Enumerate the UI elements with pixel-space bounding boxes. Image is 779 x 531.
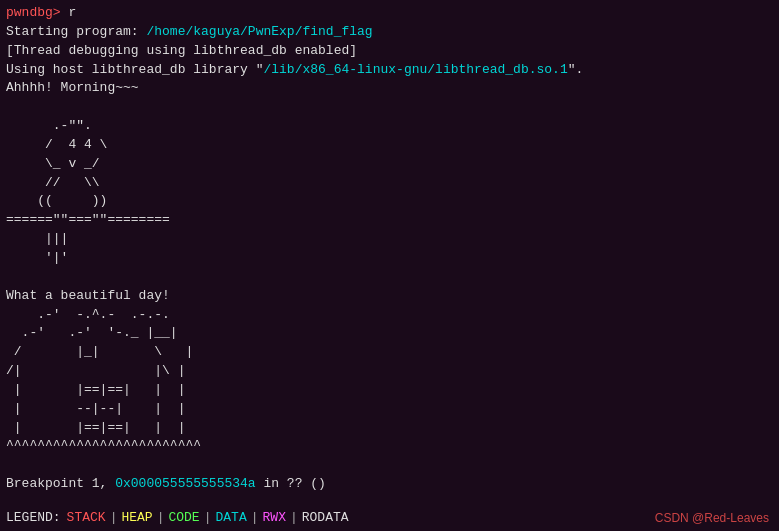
terminal: pwndbg> r Starting program: /home/kaguya… — [0, 0, 779, 531]
ascii-art-7: ||| — [6, 230, 773, 249]
thread-line: [Thread debugging using libthread_db ena… — [6, 42, 773, 61]
ascii-art-8: '|' — [6, 249, 773, 268]
legend-code: CODE — [168, 510, 199, 525]
legend-heap: HEAP — [121, 510, 152, 525]
ascii-art-1: .-"". — [6, 117, 773, 136]
ascii-art-3: \_ v _/ — [6, 155, 773, 174]
watermark: CSDN @Red-Leaves — [655, 511, 769, 525]
ascii-art-2: / 4 4 \ — [6, 136, 773, 155]
using-line: Using host libthread_db library "/lib/x8… — [6, 61, 773, 80]
blank3 — [6, 456, 773, 475]
blank1 — [6, 98, 773, 117]
scene-art-4: /| |\ | — [6, 362, 773, 381]
starting-line: Starting program: /home/kaguya/PwnExp/fi… — [6, 23, 773, 42]
ahhhh-line: Ahhhh! Morning~~~ — [6, 79, 773, 98]
command: r — [68, 5, 76, 20]
beautiful-line: What a beautiful day! — [6, 287, 773, 306]
legend-sep-4: | — [251, 510, 259, 525]
legend-rodata: RODATA — [302, 510, 349, 525]
breakpoint-address: 0x000055555555534a — [115, 476, 255, 491]
legend-sep-1: | — [110, 510, 118, 525]
program-path: /home/kaguya/PwnExp/find_flag — [146, 24, 372, 39]
lib-path: /lib/x86_64-linux-gnu/libthread_db.so.1 — [263, 62, 567, 77]
scene-art-5: | |==|==| | | — [6, 381, 773, 400]
scene-art-6: | --|--| | | — [6, 400, 773, 419]
ascii-art-5: (( )) — [6, 192, 773, 211]
legend-data: DATA — [216, 510, 247, 525]
scene-art-8: ^^^^^^^^^^^^^^^^^^^^^^^^^ — [6, 437, 773, 456]
prompt-symbol: pwndbg> — [6, 5, 68, 20]
prompt-line: pwndbg> r — [6, 4, 773, 23]
scene-art-3: / |_| \ | — [6, 343, 773, 362]
legend-label: LEGEND: — [6, 510, 61, 525]
legend-sep-2: | — [157, 510, 165, 525]
legend-rwx: RWX — [263, 510, 286, 525]
blank2 — [6, 268, 773, 287]
ascii-art-4: // \\ — [6, 174, 773, 193]
scene-art-1: .-' -.^.- .-.-. — [6, 306, 773, 325]
ascii-art-6: ======""===""======== — [6, 211, 773, 230]
legend-stack: STACK — [67, 510, 106, 525]
legend-sep-3: | — [204, 510, 212, 525]
breakpoint-line: Breakpoint 1, 0x000055555555534a in ?? (… — [6, 475, 773, 494]
scene-art-7: | |==|==| | | — [6, 419, 773, 438]
legend-sep-5: | — [290, 510, 298, 525]
scene-art-2: .-' .-' '-._ |__| — [6, 324, 773, 343]
